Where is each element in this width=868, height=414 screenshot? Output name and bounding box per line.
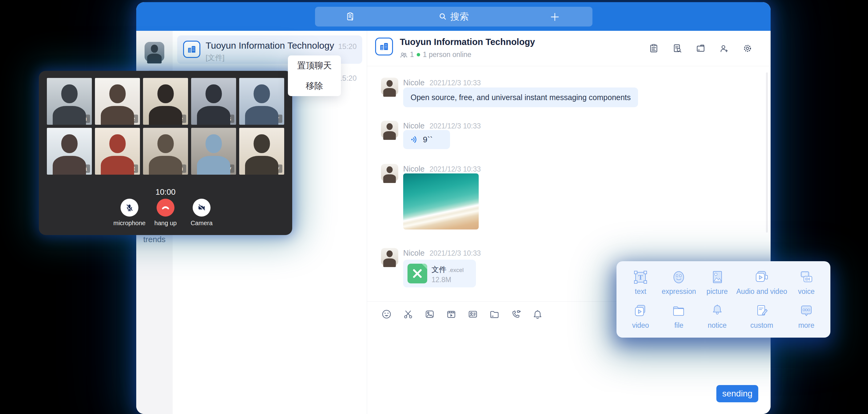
files-icon[interactable] (695, 43, 706, 54)
control-label: Camera (190, 220, 212, 227)
chat-time: 15:20 (338, 42, 356, 51)
panel-item-file[interactable]: file (660, 299, 698, 333)
message-time: 2021/12/3 10:33 (429, 79, 480, 87)
panel-item-custom[interactable]: custom (736, 299, 787, 333)
image-attachment[interactable] (403, 173, 479, 229)
message-meta: Nicole 2021/12/3 10:33 (403, 121, 481, 130)
camera-off-icon (197, 203, 207, 213)
participant-tile: ernest (95, 128, 140, 174)
building-icon (186, 44, 197, 55)
panel-item-voice[interactable]: voice (787, 265, 826, 299)
menu-item-remove[interactable]: 移除 (288, 76, 341, 96)
message-time: 2021/12/3 10:33 (429, 249, 480, 257)
sender-name: Nicole (403, 249, 425, 257)
message-meta: Nicole 2021/12/3 10:33 (403, 164, 481, 173)
search-icon (439, 12, 447, 21)
participant-tile: Nicole (95, 78, 140, 125)
excel-file-icon (407, 264, 427, 283)
participant-name: danika (66, 164, 90, 173)
participant-name: gary (264, 164, 282, 173)
more-icon (798, 303, 814, 319)
notice-icon (709, 303, 725, 319)
screenshot-icon[interactable] (403, 309, 414, 320)
avatar[interactable] (145, 42, 164, 62)
message-meta: Nicole 2021/12/3 10:33 (403, 78, 481, 87)
participant-tile: aldrich (143, 128, 188, 174)
avatar[interactable] (381, 164, 398, 181)
chat-last-message: [文件] (206, 53, 224, 63)
hang-up-icon (161, 203, 170, 213)
emoji-icon[interactable] (381, 309, 392, 320)
menu-item-pin-chat[interactable]: 置顶聊天 (288, 56, 341, 76)
custom-icon (754, 303, 770, 319)
participant-tile: zole (143, 78, 188, 125)
file-name: 文件 .excel (432, 264, 464, 275)
control-label: microphone (114, 220, 146, 227)
avatar[interactable] (381, 77, 398, 95)
participant-tile: danika (47, 128, 92, 174)
chat-header: Tuoyun Information Technology 1 1 person… (367, 31, 771, 66)
panel-item-expression[interactable]: expression (660, 265, 698, 299)
video-call-overlay: patton Nicole zole venus stellar danika … (39, 71, 292, 235)
send-button[interactable]: sending (716, 385, 758, 402)
participant-name: stellar (260, 115, 282, 123)
video-call-icon[interactable] (510, 309, 522, 320)
video-icon[interactable] (446, 309, 457, 320)
video-msg-icon (632, 303, 649, 319)
hang-up-button[interactable] (157, 199, 175, 217)
search-history-icon[interactable] (672, 43, 682, 54)
participant-tile: patton (47, 78, 92, 125)
call-record-icon[interactable] (649, 43, 659, 54)
group-avatar (375, 38, 393, 56)
participant-name: Nicole (115, 115, 138, 123)
search-bar[interactable]: 搜索 (315, 7, 592, 27)
participant-grid: patton Nicole zole venus stellar danika … (47, 78, 284, 174)
hang-up-control: hang up (147, 199, 184, 227)
panel-item-audio-video[interactable]: Audio and video (736, 265, 787, 299)
panel-item-video[interactable]: video (621, 299, 660, 333)
sender-name: Nicole (403, 121, 425, 130)
expression-icon (671, 269, 687, 285)
message-meta: Nicole 2021/12/3 10:33 (403, 249, 481, 257)
avatar[interactable] (381, 248, 398, 265)
online-dot (417, 53, 420, 56)
voice-bubble[interactable]: 9`` (403, 130, 450, 149)
camera-off-button[interactable] (193, 199, 211, 217)
mic-off-icon (125, 203, 134, 213)
voice-icon (798, 269, 814, 285)
panel-item-notice[interactable]: notice (698, 299, 736, 333)
mic-off-button[interactable] (121, 199, 138, 217)
panel-item-picture[interactable]: picture (698, 265, 736, 299)
add-member-icon[interactable] (719, 43, 729, 54)
audio-video-icon (754, 269, 770, 285)
notification-icon[interactable] (532, 309, 543, 320)
scrollbar[interactable] (766, 72, 768, 232)
svg-text:T: T (638, 274, 643, 281)
panel-item-text[interactable]: T text (621, 265, 660, 299)
search-placeholder: 搜索 (450, 10, 469, 23)
file-attachment[interactable]: 文件 .excel 12.8M (403, 260, 476, 287)
participant-name: aldrich (162, 164, 186, 173)
file-folder-icon (671, 303, 687, 319)
composer-toolbar (381, 309, 543, 320)
participant-tile: venus (191, 78, 236, 125)
chat-title: Tuoyun Information Technology (206, 40, 334, 51)
participant-name: Anthony (206, 164, 234, 173)
call-timer: 10:00 (39, 187, 292, 197)
participant-name: patton (67, 115, 90, 123)
file-icon[interactable] (489, 309, 500, 320)
page-title: Tuoyun Information Technology (400, 37, 535, 47)
participant-name: ernest (115, 164, 138, 173)
text-icon: T (632, 269, 649, 285)
text-bubble[interactable]: Open source, free, and universal instant… (403, 88, 638, 107)
plus-icon[interactable] (549, 11, 560, 23)
group-avatar (183, 41, 200, 58)
voice-wave-icon (410, 135, 419, 144)
voice-duration: 9`` (423, 135, 433, 145)
image-icon[interactable] (424, 309, 435, 320)
chat-subtitle: 1 1 person online (400, 51, 471, 59)
avatar[interactable] (381, 121, 398, 138)
panel-item-more[interactable]: more (787, 299, 826, 333)
contact-card-icon[interactable] (467, 309, 478, 320)
settings-icon[interactable] (742, 43, 753, 54)
